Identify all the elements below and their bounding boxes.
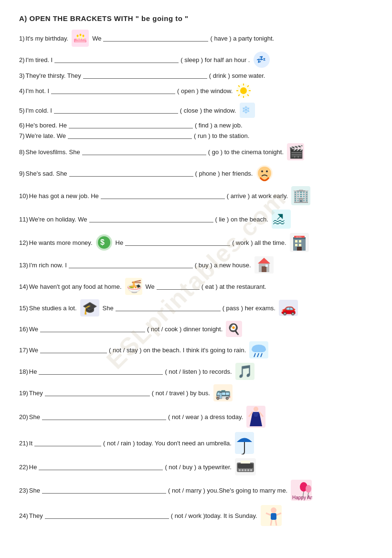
item-fill: ( not / travel ) by bus. bbox=[152, 390, 210, 397]
svg-line-98 bbox=[275, 520, 276, 526]
item-number: 20) bbox=[19, 413, 28, 421]
item-fill: ( not / work )today. It is Sunday. bbox=[171, 512, 257, 519]
item-number: 5) bbox=[19, 107, 25, 114]
item-fill: ( open ) the window. bbox=[177, 87, 233, 95]
svg-text:🎬: 🎬 bbox=[288, 144, 304, 159]
exercise-item-23: 23) She ( not / marry ) you.She's going … bbox=[19, 479, 373, 501]
answer-blank bbox=[45, 390, 150, 396]
svg-rect-41 bbox=[299, 240, 301, 242]
svg-rect-40 bbox=[295, 240, 297, 242]
answer-blank bbox=[125, 240, 230, 246]
item-number: 2) bbox=[19, 56, 25, 63]
exercise-item-11: 11) We're on holiday. We ( lie ) on the … bbox=[19, 209, 373, 229]
item-text: He bbox=[29, 368, 37, 375]
svg-point-6 bbox=[77, 35, 79, 37]
svg-rect-51 bbox=[265, 264, 268, 267]
answer-blank bbox=[68, 133, 192, 139]
svg-text:💤: 💤 bbox=[256, 55, 266, 64]
item-number: 10) bbox=[19, 192, 28, 200]
svg-text:Happy Anniv: Happy Anniv bbox=[292, 495, 312, 500]
music-icon: 🎵 bbox=[235, 362, 255, 380]
item-text: It bbox=[29, 440, 32, 447]
rain-icon bbox=[249, 341, 269, 359]
item-number: 15) bbox=[19, 305, 28, 312]
exercise-item-24: 24) They ( not / work )today. It is Sund… bbox=[19, 505, 373, 526]
exercise-item-15: 15) She studies a lot. 🎓 She ( pass ) he… bbox=[19, 299, 373, 317]
svg-rect-43 bbox=[299, 244, 301, 246]
item-number: 16) bbox=[19, 326, 28, 333]
answer-blank bbox=[103, 35, 208, 42]
dress-icon bbox=[246, 405, 266, 428]
item-text: I'm hot. I bbox=[26, 87, 49, 95]
exercise-item-13: 13) I'm rich now. I ( buy ) a new house. bbox=[19, 256, 373, 274]
answer-blank bbox=[116, 305, 221, 311]
item-text: We bbox=[92, 35, 101, 42]
item-fill: ( work ) all the time. bbox=[232, 239, 286, 246]
item-fill: ( not / listen ) to records. bbox=[165, 368, 232, 375]
exercise-item-10: 10) He has got a new job. He ( arrive ) … bbox=[19, 186, 373, 206]
exercise-item-5: 5) I'm cold. I ( close ) the window. ❄ bbox=[19, 102, 373, 118]
item-text: She studies a lot. bbox=[29, 305, 77, 312]
svg-point-62 bbox=[252, 347, 259, 352]
item-text: It's my birthday. bbox=[26, 35, 69, 42]
answer-blank bbox=[34, 440, 101, 446]
exercise-item-7: 7) We're late. We ( run ) to the station… bbox=[19, 132, 373, 139]
answer-blank bbox=[40, 326, 145, 332]
beach-icon: 🏖 bbox=[271, 209, 291, 229]
svg-point-7 bbox=[80, 34, 82, 36]
item-fill: ( not / buy ) a typewriter. bbox=[165, 463, 231, 471]
item-number: 21) bbox=[19, 440, 28, 447]
exercise-item-12: 12) He wants more money. $ He ( work ) a… bbox=[19, 232, 373, 253]
exercise-item-6: 6) He's bored. He ( find ) a new job. bbox=[19, 122, 373, 129]
svg-text:HOTEL: HOTEL bbox=[296, 236, 302, 238]
umbrella-icon bbox=[234, 432, 254, 454]
svg-text:🏖: 🏖 bbox=[273, 212, 285, 226]
cook-icon: 🍳 bbox=[225, 320, 243, 337]
svg-rect-82 bbox=[239, 469, 241, 471]
svg-text:🍳: 🍳 bbox=[227, 323, 241, 336]
item-fill: ( have ) a party tonight. bbox=[210, 35, 274, 42]
exercise-item-21: 21) It ( not / rain ) today. You don't n… bbox=[19, 432, 373, 454]
typewriter-icon bbox=[234, 458, 256, 476]
svg-text:❄: ❄ bbox=[242, 104, 250, 116]
item-number: 24) bbox=[19, 512, 28, 519]
item-number: 11) bbox=[19, 216, 28, 223]
sad-face-icon bbox=[255, 164, 274, 182]
money-icon: $ bbox=[95, 234, 113, 251]
item-fill: ( pass ) her exams. bbox=[222, 305, 275, 312]
answer-blank bbox=[83, 73, 207, 79]
cinema-icon: 🎬 bbox=[286, 143, 305, 161]
cake-icon: Happy B-day bbox=[71, 29, 89, 47]
item-fill: ( not / cook ) dinner tonight. bbox=[147, 326, 222, 333]
item-number: 8) bbox=[19, 148, 25, 156]
snowflake-icon: ❄ bbox=[239, 102, 255, 118]
item-fill: ( buy ) a new house. bbox=[195, 262, 251, 269]
item-number: 17) bbox=[19, 347, 28, 354]
item-text: We bbox=[29, 326, 38, 333]
car-icon: 🚗 bbox=[278, 299, 298, 316]
house-icon bbox=[254, 256, 274, 274]
exercise-item-16: 16) We ( not / cook ) dinner tonight. 🍳 bbox=[19, 320, 373, 337]
answer-blank bbox=[51, 88, 175, 94]
svg-rect-50 bbox=[262, 266, 266, 272]
item-text: He bbox=[116, 239, 124, 246]
answer-blank bbox=[42, 414, 166, 420]
item-text: They're thirsty. They bbox=[26, 72, 81, 79]
exercise-item-2: 2) I'm tired. I ( sleep ) for half an ho… bbox=[19, 51, 373, 69]
answer-blank bbox=[69, 122, 193, 128]
item-fill: ( go ) to the cinema tonight. bbox=[208, 148, 284, 156]
item-text: He wants more money. bbox=[29, 239, 93, 246]
svg-text:🎵: 🎵 bbox=[237, 364, 253, 379]
answer-blank bbox=[42, 487, 166, 494]
svg-text:🎓: 🎓 bbox=[82, 300, 98, 316]
item-fill: ( drink ) some water. bbox=[209, 72, 265, 79]
item-text: We bbox=[146, 283, 155, 290]
svg-point-95 bbox=[271, 507, 276, 513]
svg-rect-84 bbox=[244, 469, 246, 471]
svg-text:Happy B-day: Happy B-day bbox=[76, 38, 87, 41]
svg-rect-44 bbox=[297, 247, 302, 251]
item-text: She's sad. She bbox=[26, 170, 67, 177]
item-text: We bbox=[29, 347, 38, 354]
svg-point-72 bbox=[254, 407, 258, 411]
svg-point-13 bbox=[240, 87, 247, 94]
